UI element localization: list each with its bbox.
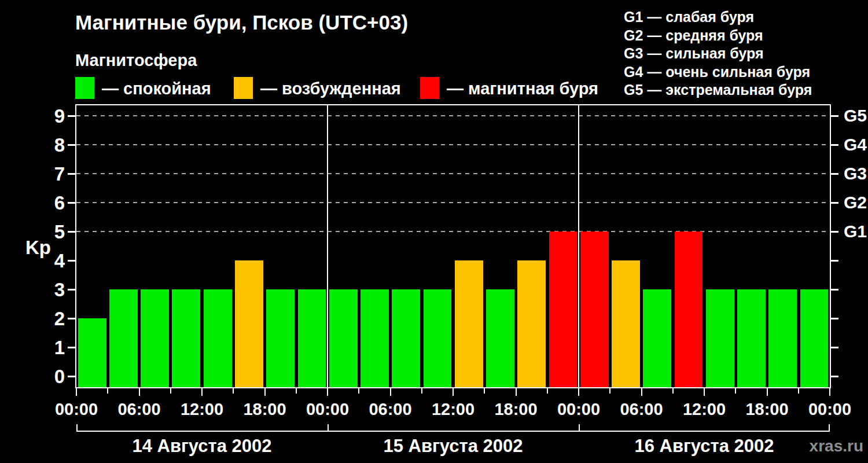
- x-tick: [327, 388, 328, 396]
- date-bracket-tick: [829, 424, 830, 432]
- g-scale-label: G4: [844, 136, 867, 153]
- g-scale-label: G1: [844, 223, 867, 240]
- y-tick: [68, 115, 75, 117]
- y-tick-label: 3: [23, 280, 65, 299]
- y-tick: [68, 202, 75, 204]
- x-tick-label: 00:00: [42, 401, 111, 418]
- x-tick-label: 12:00: [167, 401, 237, 418]
- date-bracket-tick: [579, 424, 580, 432]
- x-tick-label: 18:00: [230, 401, 300, 418]
- x-tick: [735, 388, 736, 394]
- y-tick-label: 8: [23, 135, 65, 155]
- x-tick: [453, 388, 454, 396]
- y-tick: [68, 318, 75, 319]
- g-scale-label: G5: [844, 107, 867, 124]
- x-tick: [390, 388, 391, 396]
- x-tick: [170, 388, 171, 394]
- right-tick: [831, 347, 838, 348]
- y-tick: [68, 173, 75, 175]
- y-tick-label: 9: [23, 106, 65, 126]
- y-tick-label: 4: [23, 251, 65, 270]
- x-tick: [484, 388, 485, 394]
- right-tick: [831, 289, 838, 291]
- x-tick: [641, 388, 642, 396]
- right-tick: [831, 231, 838, 233]
- x-tick-label: 06:00: [356, 401, 425, 418]
- date-bracket-tick: [328, 424, 329, 432]
- y-tick-label: 6: [23, 193, 65, 212]
- x-tick: [139, 388, 140, 396]
- y-tick: [68, 289, 75, 291]
- x-tick: [578, 388, 579, 396]
- date-label: 16 Августа 2002: [579, 437, 830, 455]
- x-tick-label: 00:00: [795, 401, 865, 418]
- x-tick: [704, 388, 705, 396]
- y-tick-label: 1: [23, 338, 65, 357]
- x-tick-label: 12:00: [418, 401, 488, 418]
- x-tick: [421, 388, 422, 394]
- y-tick-label: 2: [23, 309, 65, 328]
- date-bracket-tick: [76, 424, 78, 432]
- g-scale-label: G2: [844, 194, 867, 211]
- y-tick-label: 0: [23, 367, 65, 386]
- x-tick: [672, 388, 674, 394]
- x-tick-label: 06:00: [607, 401, 676, 418]
- x-tick-label: 06:00: [105, 401, 174, 418]
- x-tick: [233, 388, 234, 394]
- x-tick: [829, 388, 830, 396]
- date-bracket: [76, 431, 830, 432]
- x-tick: [76, 388, 77, 396]
- date-label: 14 Августа 2002: [76, 437, 328, 455]
- y-tick: [68, 231, 75, 233]
- x-tick: [264, 388, 266, 396]
- x-tick: [107, 388, 108, 394]
- watermark: xras.ru: [810, 438, 863, 455]
- right-tick: [831, 260, 838, 262]
- right-tick: [831, 318, 838, 319]
- date-label: 15 Августа 2002: [328, 437, 579, 455]
- y-tick-label: 7: [23, 164, 65, 183]
- x-tick-label: 18:00: [733, 401, 802, 418]
- x-tick: [296, 388, 297, 394]
- y-tick-label: 5: [23, 222, 65, 241]
- plot-border: [75, 104, 831, 388]
- x-tick-label: 18:00: [481, 401, 551, 418]
- x-tick: [798, 388, 799, 394]
- x-tick: [358, 388, 359, 394]
- magnetic-storms-chart: Магнитные бури, Псков (UTC+03) Магнитосф…: [0, 0, 868, 463]
- x-tick-label: 00:00: [544, 401, 613, 418]
- x-tick-label: 00:00: [293, 401, 362, 418]
- x-tick: [516, 388, 517, 396]
- right-tick: [831, 144, 838, 146]
- y-tick: [68, 376, 75, 377]
- right-tick: [831, 115, 838, 117]
- y-tick: [68, 260, 75, 262]
- right-tick: [831, 202, 838, 204]
- right-tick: [831, 376, 838, 377]
- x-tick: [201, 388, 203, 396]
- x-tick-label: 12:00: [670, 401, 739, 418]
- y-tick: [68, 347, 75, 348]
- g-scale-label: G3: [844, 165, 867, 182]
- y-tick: [68, 144, 75, 146]
- x-tick: [547, 388, 548, 394]
- plot-area: 0123456789G1G2G3G4G500:0006:0012:0018:00…: [0, 0, 868, 463]
- x-tick: [767, 388, 768, 396]
- right-tick: [831, 173, 838, 175]
- x-tick: [609, 388, 610, 394]
